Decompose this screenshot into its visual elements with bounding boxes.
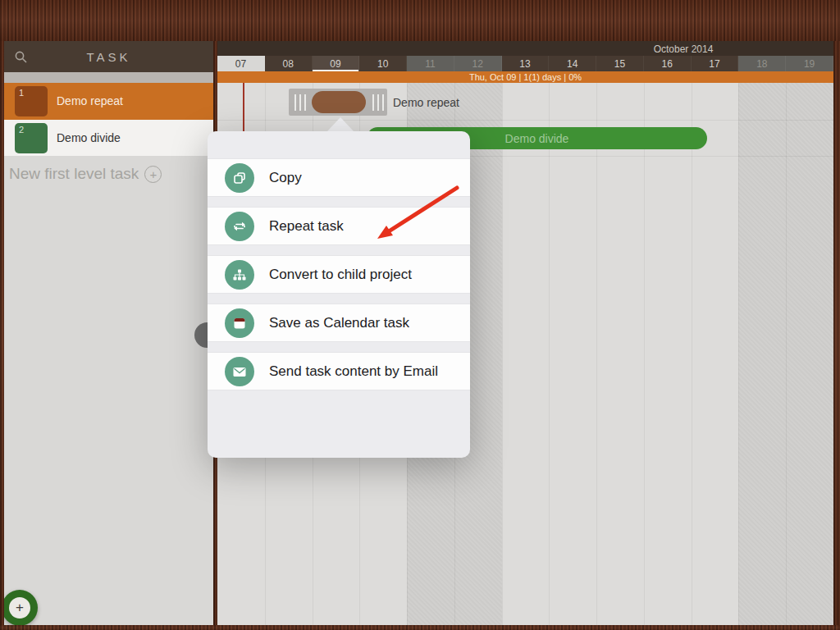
task-list-header: TASK <box>4 41 213 72</box>
task-name: Demo repeat <box>57 94 123 107</box>
month-header: October 2014 <box>217 41 833 56</box>
annotation-red-arrow <box>353 172 468 250</box>
email-icon <box>225 357 254 386</box>
menu-item-save-as-calendar-task[interactable]: Save as Calendar task <box>208 304 470 342</box>
new-first-level-task-button[interactable]: New first level task + <box>9 165 162 183</box>
bar-label: Demo divide <box>505 132 569 145</box>
day-cell-19[interactable]: 19 <box>786 56 833 71</box>
day-cell-13[interactable]: 13 <box>502 56 550 71</box>
left-wood-strip <box>0 41 4 625</box>
plus-icon: + <box>9 597 30 619</box>
grid-line <box>692 83 692 625</box>
repeat-icon <box>225 212 254 241</box>
new-task-label: New first level task <box>9 165 139 183</box>
app-window: PROJECT Day Week Month Quarter ••• <box>0 0 840 630</box>
day-cell-18[interactable]: 18 <box>738 56 786 71</box>
day-cell-16[interactable]: 16 <box>644 56 692 71</box>
task-number-badge: 1 <box>15 86 48 116</box>
day-cell-14[interactable]: 14 <box>549 56 596 71</box>
day-cell-11[interactable]: 11 <box>407 56 454 71</box>
task-column-title: TASK <box>4 50 213 64</box>
grid-line <box>738 83 739 625</box>
menu-item-label: Save as Calendar task <box>269 315 409 331</box>
day-cell-10[interactable]: 10 <box>359 56 407 71</box>
sidebar-spacer-band <box>4 72 213 83</box>
convert-child-icon <box>225 260 254 290</box>
task-info-text: Thu, Oct 09 | 1(1) days | 0% <box>217 71 833 83</box>
grid-line <box>644 83 645 625</box>
day-header-row: 07 08 09 10 11 12 13 14 15 16 17 18 19 <box>217 56 833 71</box>
grid-line <box>549 83 550 625</box>
copy-icon <box>225 163 254 193</box>
grid-line <box>596 83 597 625</box>
menu-item-label: Repeat task <box>269 218 344 235</box>
drag-handle-left[interactable] <box>294 94 307 111</box>
day-cell-17[interactable]: 17 <box>692 56 739 71</box>
day-cell-12[interactable]: 12 <box>454 56 502 71</box>
day-cell-15[interactable]: 15 <box>596 56 644 71</box>
selected-task-info-bar: Thu, Oct 09 | 1(1) days | 0% <box>217 71 833 83</box>
task-name: Demo divide <box>57 131 121 144</box>
add-task-fab[interactable]: + <box>2 590 38 626</box>
menu-item-label: Send task content by Email <box>269 363 438 380</box>
month-label: October 2014 <box>601 43 765 55</box>
gantt-bar-demo-repeat-selected[interactable] <box>289 89 387 116</box>
top-toolbar <box>0 0 840 41</box>
popup-arrow <box>327 117 354 131</box>
row-line <box>217 120 833 121</box>
task-row-demo-divide[interactable]: 2 Demo divide <box>4 120 213 156</box>
plus-circle-icon: + <box>144 166 162 183</box>
menu-item-convert-to-child-project[interactable]: Convert to child project <box>208 255 470 294</box>
menu-item-label: Convert to child project <box>269 267 412 283</box>
menu-item-label: Copy <box>269 170 302 186</box>
task-row-demo-repeat[interactable]: 1 Demo repeat <box>4 83 213 120</box>
task-sidebar: TASK 1 Demo repeat 2 Demo divide New fir… <box>4 41 213 625</box>
bottom-wood-strip <box>0 625 840 630</box>
calendar-icon <box>225 308 254 338</box>
right-wood-strip <box>833 41 840 625</box>
drag-handle-right[interactable] <box>372 94 385 111</box>
gantt-bar-demo-repeat[interactable] <box>312 91 366 113</box>
menu-item-send-task-content-by-email[interactable]: Send task content by Email <box>208 352 470 390</box>
day-cell-07[interactable]: 07 <box>217 56 265 71</box>
day-cell-09[interactable]: 09 <box>313 56 360 71</box>
day-cell-08[interactable]: 08 <box>265 56 313 71</box>
grid-line <box>786 83 787 625</box>
grid-line <box>502 83 503 625</box>
task-number-badge: 2 <box>15 123 48 153</box>
bar-label: Demo repeat <box>393 96 459 109</box>
